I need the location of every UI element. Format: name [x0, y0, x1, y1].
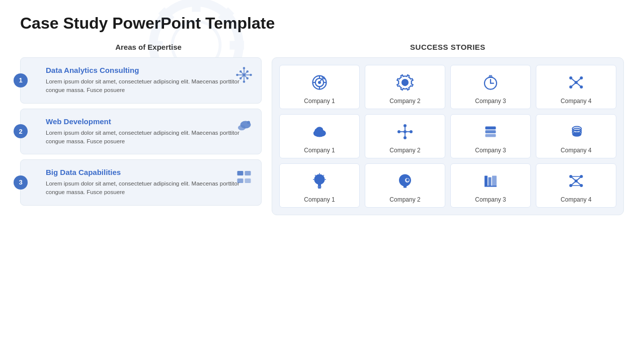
big-data-icon: [235, 168, 253, 190]
success-grid: Company 1 Company 2: [272, 57, 624, 215]
card-title-3: Big Data Capabilities: [46, 168, 251, 176]
cloud-icon: [310, 121, 329, 143]
svg-rect-81: [317, 187, 321, 188]
svg-rect-82: [318, 188, 321, 189]
card-number-2: 2: [14, 124, 28, 138]
books-icon: [481, 170, 500, 192]
gear-icon: [396, 71, 414, 94]
svg-rect-30: [237, 171, 244, 175]
svg-rect-31: [245, 171, 251, 175]
svg-point-28: [238, 125, 246, 130]
svg-rect-91: [492, 176, 497, 187]
card-number-3: 3: [14, 175, 28, 190]
company-name-r1-3: Company 3: [475, 98, 506, 105]
expertise-card-3: 3 Big Data Capabilities Lorem ipsum dolo…: [20, 159, 262, 206]
card-desc-1: Lorem ipsum dolor sit amet, consectetuer…: [46, 77, 251, 95]
company-card-r3-1: Company 1: [279, 163, 360, 208]
company-card-r1-1: Company 1: [279, 65, 360, 109]
svg-line-24: [240, 75, 244, 78]
company-card-r2-4: Company 4: [536, 114, 616, 158]
company-name-r3-3: Company 3: [475, 196, 506, 203]
company-name-r2-3: Company 3: [475, 147, 506, 154]
svg-line-86: [315, 175, 316, 176]
company-name-r1-1: Company 1: [304, 98, 335, 105]
company-name-r1-2: Company 2: [389, 98, 420, 105]
clock-icon: [481, 71, 500, 94]
svg-line-19: [240, 71, 244, 75]
card-title-1: Data Analytics Consulting: [46, 66, 251, 74]
card-number-1: 1: [14, 73, 28, 87]
company-name-r2-4: Company 4: [560, 147, 591, 154]
stack-icon: [481, 121, 500, 143]
company-card-r1-2: Company 2: [365, 65, 445, 109]
expertise-card-1: 1: [20, 57, 262, 104]
company-card-r2-1: Company 1: [279, 114, 360, 158]
card-title-2: Web Development: [46, 117, 251, 126]
svg-rect-73: [486, 134, 496, 137]
success-row-1: Company 1 Company 2: [279, 65, 616, 109]
company-card-r2-3: Company 3: [450, 114, 531, 158]
company-name-r1-4: Company 4: [560, 98, 591, 105]
company-card-r3-2: Company 2: [365, 163, 445, 208]
svg-line-25: [244, 75, 248, 78]
svg-line-101: [576, 181, 582, 186]
company-card-r1-3: Company 3: [450, 65, 531, 109]
success-row-3: Company 1 Company 2: [279, 163, 616, 208]
company-card-r3-3: Company 3: [450, 163, 531, 208]
svg-rect-46: [489, 76, 493, 78]
svg-rect-32: [237, 178, 244, 183]
company-card-r1-4: Company 4: [536, 65, 616, 109]
success-stories-header: SUCCESS STORIES: [272, 43, 624, 51]
svg-point-80: [573, 132, 582, 137]
svg-line-87: [324, 175, 325, 176]
head-gear-icon: [396, 170, 414, 192]
company-name-r3-4: Company 4: [560, 196, 591, 203]
svg-rect-71: [486, 127, 496, 130]
network3-icon: [567, 170, 585, 192]
coins-icon: [567, 121, 585, 143]
svg-point-61: [314, 128, 320, 134]
company-name-r2-2: Company 2: [389, 147, 420, 154]
svg-rect-72: [486, 130, 496, 133]
company-name-r3-2: Company 2: [389, 196, 420, 203]
company-name-r2-1: Company 1: [304, 147, 335, 154]
svg-line-54: [576, 78, 582, 82]
data-analytics-icon: [235, 66, 253, 87]
success-row-2: Company 1: [279, 114, 616, 158]
network-icon: [567, 71, 585, 94]
left-panel: Areas of Expertise 1: [20, 43, 262, 215]
svg-point-36: [318, 81, 321, 84]
expertise-card-2: 2 Web Development Lorem ipsum dolor sit …: [20, 109, 262, 155]
svg-line-98: [571, 176, 577, 181]
company-card-r2-2: Company 2: [365, 114, 445, 158]
page-title: Case Study PowerPoint Template: [0, 0, 644, 38]
svg-line-99: [576, 176, 582, 181]
svg-line-55: [571, 82, 577, 87]
svg-line-53: [571, 78, 577, 82]
svg-rect-33: [245, 178, 251, 183]
svg-line-56: [576, 82, 582, 87]
svg-rect-89: [485, 176, 488, 187]
svg-rect-90: [489, 177, 492, 187]
svg-point-29: [247, 121, 250, 124]
areas-of-expertise-header: Areas of Expertise: [20, 43, 262, 51]
company-name-r3-1: Company 1: [304, 196, 335, 203]
web-dev-icon: [235, 117, 253, 139]
card-desc-2: Lorem ipsum dolor sit amet, consectetuer…: [46, 129, 251, 146]
target-icon: [310, 71, 329, 94]
svg-line-20: [244, 71, 248, 75]
network2-icon: [396, 121, 414, 143]
svg-line-100: [571, 181, 577, 186]
card-desc-3: Lorem ipsum dolor sit amet, consectetuer…: [46, 179, 251, 197]
main-content: Areas of Expertise 1: [0, 43, 644, 215]
lightbulb-icon: [310, 170, 329, 192]
company-card-r3-4: Company 4: [536, 163, 616, 208]
right-panel: SUCCESS STORIES: [272, 43, 624, 215]
